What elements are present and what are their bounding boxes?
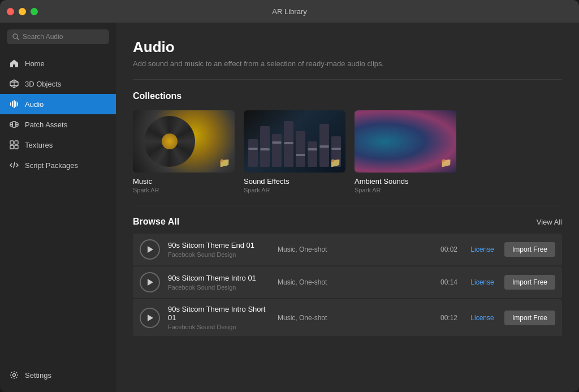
close-button[interactable]	[7, 8, 14, 15]
cube-icon	[9, 79, 19, 89]
audio-tags-3: Music, One-shot	[278, 314, 430, 322]
collection-sound-effects[interactable]: 📁 Sound Effects Spark AR	[244, 110, 345, 193]
collection-ambient-sub: Spark AR	[355, 187, 456, 193]
import-button-1[interactable]: Import Free	[504, 242, 555, 257]
sidebar-item-home-label: Home	[25, 59, 45, 68]
folder-icon: 📁	[219, 157, 230, 168]
page-subtitle: Add sound and music to an effect from a …	[133, 59, 562, 68]
script-icon	[9, 160, 19, 170]
collection-music-thumb: 📁	[133, 110, 235, 173]
table-row: 90s Sitcom Theme End 01 Facebook Sound D…	[133, 234, 562, 265]
collection-music-name: Music	[133, 177, 235, 186]
play-button-1[interactable]	[140, 239, 160, 260]
folder-icon-effects: 📁	[330, 157, 341, 168]
svg-line-1	[17, 38, 19, 40]
collections-heading: Collections	[133, 91, 562, 101]
svg-rect-17	[15, 141, 18, 144]
textures-icon	[9, 140, 19, 150]
import-button-2[interactable]: Import Free	[504, 275, 555, 290]
audio-info-2: 90s Sitcom Theme Intro 01 Facebook Sound…	[168, 274, 270, 291]
search-icon	[12, 33, 19, 40]
audio-name-3: 90s Sitcom Theme Intro Short 01	[168, 305, 270, 322]
view-all-button[interactable]: View All	[537, 218, 562, 226]
home-icon	[9, 58, 19, 68]
audio-creator-2: Facebook Sound Design	[168, 284, 270, 291]
titlebar: AR Library	[0, 0, 579, 23]
collection-music[interactable]: 📁 Music Spark AR	[133, 110, 235, 193]
collection-ambient[interactable]: 📁 Ambient Sounds Spark AR	[355, 110, 456, 193]
play-icon-1	[148, 246, 153, 253]
window-controls	[7, 8, 38, 15]
vinyl-graphic	[144, 116, 195, 167]
play-button-2[interactable]	[140, 272, 160, 292]
minimize-button[interactable]	[19, 8, 26, 15]
sidebar-item-3d-label: 3D Objects	[25, 80, 61, 88]
sidebar-item-3d-objects[interactable]: 3D Objects	[0, 74, 116, 94]
audio-name-1: 90s Sitcom Theme End 01	[168, 241, 270, 249]
maximize-button[interactable]	[31, 8, 38, 15]
audio-tags-2: Music, One-shot	[278, 278, 430, 286]
collections-row: 📁 Music Spark AR	[133, 110, 562, 193]
svg-rect-13	[12, 122, 16, 127]
divider-2	[133, 205, 562, 205]
collection-music-sub: Spark AR	[133, 187, 235, 193]
audio-creator-1: Facebook Sound Design	[168, 251, 270, 258]
svg-rect-8	[14, 100, 15, 108]
folder-icon-ambient: 📁	[440, 157, 452, 168]
audio-list: 90s Sitcom Theme End 01 Facebook Sound D…	[133, 234, 562, 336]
window-title: AR Library	[272, 7, 306, 16]
audio-creator-3: Facebook Sound Design	[168, 324, 270, 330]
play-icon-3	[148, 315, 153, 321]
collection-ambient-name: Ambient Sounds	[355, 177, 456, 186]
main-content: Audio Add sound and music to an effect f…	[116, 23, 579, 392]
svg-rect-16	[10, 141, 14, 144]
license-link-3[interactable]: License	[468, 314, 496, 322]
audio-icon	[9, 99, 19, 109]
table-row: 90s Sitcom Theme Intro 01 Facebook Sound…	[133, 266, 562, 298]
gear-icon	[9, 370, 19, 380]
vinyl-label	[162, 133, 178, 149]
sidebar-item-home[interactable]: Home	[0, 53, 116, 74]
sidebar-item-settings-label: Settings	[25, 371, 51, 380]
browse-all-heading: Browse All	[133, 217, 179, 227]
svg-rect-9	[15, 101, 16, 107]
svg-rect-10	[17, 102, 18, 106]
sidebar-item-script-label: Script Packages	[25, 161, 78, 170]
sidebar: Home 3D Objects	[0, 23, 116, 392]
divider-1	[133, 79, 562, 80]
table-row: 90s Sitcom Theme Intro Short 01 Facebook…	[133, 299, 562, 336]
import-button-3[interactable]: Import Free	[504, 311, 555, 325]
license-link-1[interactable]: License	[468, 245, 496, 253]
audio-tags-1: Music, One-shot	[278, 245, 430, 253]
collection-effects-thumb: 📁	[244, 110, 345, 173]
svg-rect-18	[10, 145, 14, 149]
audio-name-2: 90s Sitcom Theme Intro 01	[168, 274, 270, 282]
collection-effects-name: Sound Effects	[244, 177, 345, 186]
patch-icon	[9, 119, 19, 130]
page-title: Audio	[133, 38, 562, 56]
license-link-2[interactable]: License	[468, 278, 496, 286]
audio-duration-2: 00:14	[438, 278, 460, 286]
svg-line-20	[14, 162, 15, 168]
sidebar-item-patch-label: Patch Assets	[25, 120, 67, 129]
sidebar-item-textures-label: Textures	[25, 141, 53, 149]
play-button-3[interactable]	[140, 308, 160, 328]
audio-duration-3: 00:12	[438, 314, 460, 322]
sidebar-item-script-packages[interactable]: Script Packages	[0, 155, 116, 175]
sidebar-item-settings[interactable]: Settings	[0, 365, 116, 385]
svg-point-21	[13, 374, 16, 377]
svg-rect-19	[15, 145, 18, 149]
browse-header: Browse All View All	[133, 217, 562, 227]
sidebar-item-audio[interactable]: Audio	[0, 94, 116, 114]
app-body: Home 3D Objects	[0, 23, 579, 392]
sidebar-item-textures[interactable]: Textures	[0, 135, 116, 155]
svg-rect-6	[10, 102, 11, 106]
svg-rect-7	[12, 101, 13, 107]
audio-info-3: 90s Sitcom Theme Intro Short 01 Facebook…	[168, 305, 270, 330]
sidebar-item-patch-assets[interactable]: Patch Assets	[0, 114, 116, 135]
sidebar-item-audio-label: Audio	[25, 100, 44, 109]
collection-effects-sub: Spark AR	[244, 187, 345, 193]
audio-info-1: 90s Sitcom Theme End 01 Facebook Sound D…	[168, 241, 270, 258]
search-bar[interactable]	[7, 29, 109, 44]
search-input[interactable]	[23, 33, 103, 41]
